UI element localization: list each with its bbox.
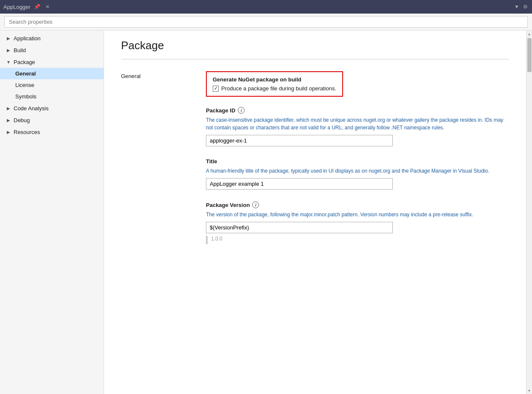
- package-version-title: Package Version i: [206, 201, 509, 208]
- section-content-general: Generate NuGet package on build Produce …: [206, 71, 509, 256]
- package-id-help-icon[interactable]: i: [238, 107, 245, 114]
- sidebar-label-resources: Resources: [14, 129, 40, 135]
- package-id-title: Package ID i: [206, 107, 509, 114]
- pin-button[interactable]: 📌: [34, 3, 41, 10]
- sidebar-item-resources[interactable]: ▶ Resources: [0, 126, 104, 138]
- arrow-icon-resources: ▶: [5, 129, 12, 135]
- dropdown-button[interactable]: ▼: [513, 3, 520, 10]
- section-label-general: General: [121, 71, 197, 256]
- search-bar-container: [0, 14, 532, 31]
- sidebar-item-license[interactable]: License: [0, 79, 104, 91]
- scrollbar-thumb[interactable]: [527, 38, 532, 72]
- content-area: Package General Generate NuGet package o…: [104, 31, 526, 394]
- title-bar-right: ▼ ⚙: [513, 3, 529, 10]
- scrollbar-up-button[interactable]: ▲: [526, 31, 532, 37]
- sidebar-label-code-analysis: Code Analysis: [14, 105, 48, 112]
- sidebar-item-build[interactable]: ▶ Build: [0, 44, 104, 56]
- generate-nuget-checkbox[interactable]: [213, 86, 219, 92]
- page-title: Package: [121, 39, 509, 52]
- sidebar-item-code-analysis[interactable]: ▶ Code Analysis: [0, 102, 104, 114]
- general-section: General Generate NuGet package on build …: [121, 71, 509, 256]
- version-hint-text: 1.0.0: [211, 236, 222, 242]
- sidebar-label-symbols: Symbols: [15, 93, 37, 100]
- sidebar-item-package[interactable]: ▼ Package: [0, 56, 104, 68]
- arrow-icon-application: ▶: [5, 35, 12, 42]
- scrollbar-down-button[interactable]: ▼: [526, 387, 532, 394]
- scrollbar-track: ▲ ▼: [526, 31, 532, 394]
- arrow-icon-package: ▼: [5, 59, 12, 65]
- sidebar: ▶ Application ▶ Build ▼ Package General …: [0, 31, 104, 394]
- sidebar-label-application: Application: [14, 35, 41, 42]
- package-id-field-group: Package ID i The case-insensitive packag…: [206, 107, 509, 146]
- arrow-icon-debug: ▶: [5, 117, 12, 123]
- package-version-field-group: Package Version i The version of the pac…: [206, 201, 509, 244]
- title-field-group: Title A human-friendly title of the pack…: [206, 158, 509, 190]
- sidebar-item-application[interactable]: ▶ Application: [0, 32, 104, 44]
- highlight-box: Generate NuGet package on build Produce …: [206, 71, 343, 97]
- title-field-title: Title: [206, 158, 509, 165]
- package-id-input[interactable]: [206, 135, 393, 146]
- package-version-input[interactable]: [206, 222, 393, 233]
- sidebar-label-package: Package: [14, 59, 35, 65]
- main-layout: ▶ Application ▶ Build ▼ Package General …: [0, 31, 532, 394]
- window-title: AppLogger: [3, 4, 31, 10]
- search-input[interactable]: [4, 16, 528, 28]
- title-bar-left: AppLogger 📌 ✕: [3, 3, 51, 10]
- checkbox-label: Produce a package file during build oper…: [221, 85, 336, 92]
- arrow-icon-build: ▶: [5, 47, 12, 53]
- version-hint: 1.0.0: [206, 236, 509, 244]
- settings-button[interactable]: ⚙: [522, 3, 529, 10]
- close-button[interactable]: ✕: [44, 3, 51, 10]
- title-desc: A human-friendly title of the package, t…: [206, 167, 509, 175]
- highlight-box-title: Generate NuGet package on build: [213, 76, 336, 83]
- sidebar-label-license: License: [15, 82, 34, 88]
- sidebar-item-general[interactable]: General: [0, 68, 104, 79]
- sidebar-item-symbols[interactable]: Symbols: [0, 91, 104, 102]
- package-id-desc: The case-insensitive package identifier,…: [206, 116, 509, 131]
- checkbox-row: Produce a package file during build oper…: [213, 85, 336, 92]
- package-version-help-icon[interactable]: i: [252, 201, 259, 208]
- sidebar-label-debug: Debug: [14, 117, 30, 123]
- version-bar: [206, 236, 208, 244]
- title-input[interactable]: [206, 178, 393, 190]
- sidebar-label-general: General: [15, 70, 36, 77]
- package-version-desc: The version of the package, following th…: [206, 211, 509, 218]
- separator: [121, 59, 509, 59]
- sidebar-item-debug[interactable]: ▶ Debug: [0, 114, 104, 126]
- sidebar-label-build: Build: [14, 47, 26, 53]
- arrow-icon-code-analysis: ▶: [5, 105, 12, 112]
- title-bar: AppLogger 📌 ✕ ▼ ⚙: [0, 0, 532, 14]
